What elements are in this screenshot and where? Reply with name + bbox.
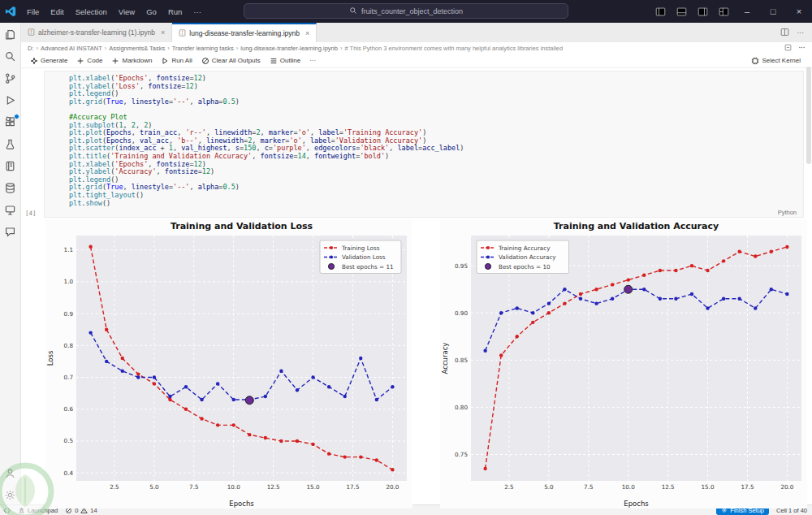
sidebar-explorer-icon[interactable] [4, 28, 17, 41]
activity-bar [0, 23, 21, 504]
svg-text:2.5: 2.5 [110, 483, 119, 491]
remote-indicator[interactable] [3, 507, 11, 514]
rocket-icon [18, 507, 25, 514]
editor-scrollbar[interactable] [806, 67, 811, 164]
remote-icon [3, 507, 11, 514]
sidebar-chat-icon[interactable] [4, 225, 17, 238]
play-icon [161, 57, 169, 65]
svg-text:0.80: 0.80 [455, 404, 468, 411]
add-code-button[interactable]: Code [72, 55, 106, 67]
command-center-search[interactable]: fruits_counter_object_detection [244, 3, 568, 19]
breadcrumb-item[interactable]: Transfer learning tasks [172, 45, 234, 52]
sidebar-database-icon[interactable] [4, 181, 17, 194]
svg-text:5.0: 5.0 [149, 483, 159, 491]
breadcrumb: D: › Advanced AI INSTANT › Assignments& … [21, 42, 812, 54]
menu-edit[interactable]: Edit [45, 7, 69, 16]
sparkle-icon [30, 57, 38, 65]
toggle-secondary-sidebar-icon[interactable] [692, 0, 713, 23]
code-line[interactable]: plt.grid(True, linestyle='--', alpha=0.5… [69, 98, 797, 106]
tab-alzheimer-notebook[interactable]: alzheimer-s-transfer-learning (1).ipynb … [21, 23, 172, 42]
sidebar-settings-icon[interactable] [4, 488, 17, 501]
toggle-panel-icon[interactable] [671, 0, 692, 23]
svg-text:Training and Validation Loss: Training and Validation Loss [171, 221, 313, 232]
code-line[interactable]: plt.grid(True, linestyle='--', alpha=0.5… [69, 184, 797, 192]
svg-text:Training and Validation Accura: Training and Validation Accuracy [554, 221, 719, 232]
plus-icon [76, 57, 84, 65]
maximize-button[interactable]: □ [760, 0, 786, 23]
minimize-button[interactable]: – [734, 0, 760, 23]
cell-language-label[interactable]: Python [778, 209, 797, 216]
select-kernel-button[interactable]: Select Kernel [747, 55, 807, 67]
sidebar-extensions-icon[interactable] [4, 115, 17, 128]
code-line[interactable]: plt.ylabel('Accuracy', fontsize=12) [69, 168, 797, 176]
sidebar-run-debug-icon[interactable] [4, 93, 17, 106]
tab-close-icon[interactable]: × [305, 29, 309, 37]
breadcrumb-item[interactable]: lung-disease-transfer-learning.ipynb [240, 45, 338, 52]
svg-text:Best epochs = 10: Best epochs = 10 [499, 263, 551, 270]
clear-all-outputs-button[interactable]: Clear All Outputs [197, 55, 265, 67]
menu-bar: File Edit Selection View Go Run ··· [21, 7, 207, 16]
toggle-sidebar-icon[interactable] [650, 0, 671, 23]
menu-selection[interactable]: Selection [70, 7, 113, 16]
breadcrumb-cell-hint[interactable]: # This Python 3 environment comes with m… [344, 45, 563, 52]
sidebar-testing-icon[interactable] [4, 137, 17, 150]
menu-more[interactable]: ··· [188, 7, 207, 16]
svg-text:Accuracy: Accuracy [441, 343, 449, 374]
menu-go[interactable]: Go [140, 7, 162, 16]
svg-text:5.0: 5.0 [544, 483, 554, 491]
collapse-all-icon[interactable] [784, 44, 792, 53]
svg-text:0.6: 0.6 [64, 405, 74, 413]
svg-text:17.5: 17.5 [741, 483, 754, 491]
svg-text:Training Accuracy: Training Accuracy [498, 245, 551, 252]
sidebar-source-control-icon[interactable] [4, 71, 17, 84]
code-cell[interactable]: [4] plt.xlabel('Epochs', fontsize=12)plt… [44, 71, 804, 218]
menu-file[interactable]: File [21, 7, 45, 16]
extensions-badge [14, 114, 19, 119]
menu-view[interactable]: View [113, 7, 140, 16]
breadcrumb-drive[interactable]: D: [28, 45, 34, 52]
outline-button[interactable]: Outline [266, 55, 304, 67]
titlebar-actions: – □ × [650, 0, 812, 23]
tab-label: alzheimer-s-transfer-learning (1).ipynb [38, 28, 155, 37]
menu-run[interactable]: Run [162, 7, 188, 16]
close-button[interactable]: × [786, 0, 812, 23]
split-editor-icon[interactable] [780, 28, 789, 38]
vscode-window: File Edit Selection View Go Run ··· frui… [0, 0, 812, 515]
more-actions-icon[interactable]: ··· [797, 28, 805, 37]
chevron-right-icon: › [236, 45, 239, 52]
code-line[interactable]: plt.tight_layout() [69, 192, 797, 200]
run-all-button[interactable]: Run All [157, 55, 196, 67]
svg-text:0.85: 0.85 [455, 357, 468, 364]
svg-text:Validation Accuracy: Validation Accuracy [499, 253, 556, 261]
title-bar: File Edit Selection View Go Run ··· frui… [0, 0, 812, 23]
sidebar-search-icon[interactable] [4, 50, 17, 63]
sidebar-account-icon[interactable] [4, 466, 17, 479]
vscode-logo-icon [0, 6, 21, 17]
svg-text:0.75: 0.75 [455, 451, 468, 458]
svg-text:0.95: 0.95 [455, 262, 468, 270]
svg-text:1.0: 1.0 [64, 278, 74, 285]
sidebar-notebook-icon[interactable] [4, 159, 17, 172]
svg-text:Best epochs = 11: Best epochs = 11 [342, 263, 394, 270]
svg-text:Validation Loss: Validation Loss [342, 253, 386, 261]
add-markdown-button[interactable]: Markdown [107, 55, 156, 67]
chevron-right-icon: › [167, 45, 170, 52]
svg-text:15.0: 15.0 [307, 483, 320, 491]
generate-button[interactable]: Generate [26, 55, 71, 67]
customize-layout-icon[interactable] [713, 0, 734, 23]
code-line[interactable] [69, 106, 797, 114]
code-line[interactable]: #Accuracy Plot [69, 114, 797, 122]
sidebar-remote-explorer-icon[interactable] [4, 203, 17, 216]
svg-text:0.90: 0.90 [455, 309, 468, 317]
tab-close-icon[interactable]: × [161, 28, 165, 37]
execution-count: [4] [25, 210, 37, 217]
svg-text:Epochs: Epochs [624, 500, 649, 508]
tab-lung-disease-notebook[interactable]: lung-disease-transfer-learning.ipynb × [172, 23, 317, 42]
breadcrumb-item[interactable]: Advanced AI INSTANT [41, 45, 102, 52]
code-line[interactable]: plt.ylabel('Loss', fontsize=12) [69, 83, 797, 91]
code-line[interactable]: plt.show() [69, 200, 797, 208]
toolbar-more-icon[interactable]: ··· [305, 55, 320, 66]
breadcrumb-more-icon[interactable] [798, 44, 806, 53]
code-lines[interactable]: plt.xlabel('Epochs', fontsize=12)plt.yla… [69, 75, 797, 207]
breadcrumb-item[interactable]: Assignments& Tasks [109, 45, 165, 52]
